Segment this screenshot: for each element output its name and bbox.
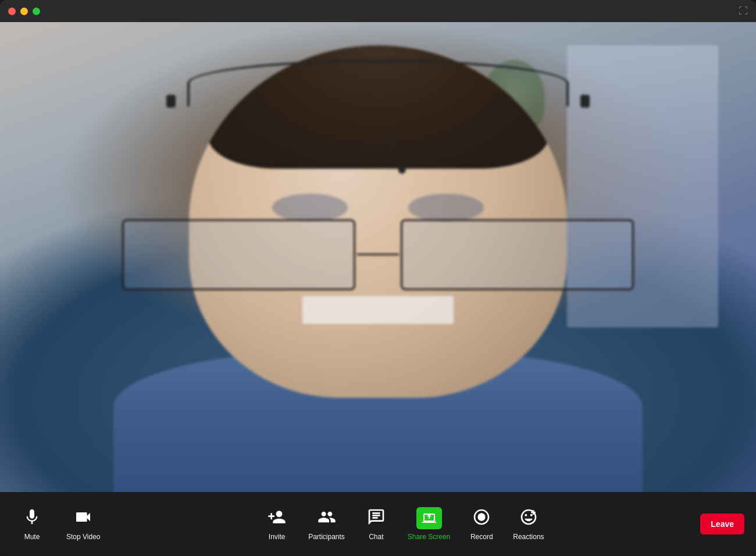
video-background bbox=[0, 22, 756, 492]
microphone-icon bbox=[23, 508, 41, 529]
participants-button[interactable]: Participants bbox=[300, 503, 353, 546]
minimize-button[interactable] bbox=[20, 8, 28, 15]
video-area bbox=[0, 22, 756, 492]
people-icon bbox=[318, 508, 336, 529]
close-button[interactable] bbox=[8, 8, 16, 15]
mute-label: Mute bbox=[24, 533, 40, 541]
share-screen-button[interactable]: Share Screen bbox=[400, 502, 458, 546]
participants-label: Participants bbox=[308, 533, 345, 541]
app-window: ⛶ bbox=[0, 0, 756, 556]
chat-label: Chat bbox=[369, 533, 383, 541]
video-camera-icon bbox=[74, 508, 92, 529]
emoji-plus-icon bbox=[519, 508, 538, 529]
chat-bubble-icon bbox=[367, 508, 386, 529]
record-label: Record bbox=[470, 533, 493, 541]
fullscreen-icon[interactable]: ⛶ bbox=[739, 6, 748, 16]
controls-left: Mute Stop Video bbox=[12, 503, 109, 546]
controls-right: Leave bbox=[700, 514, 744, 534]
record-circle-icon bbox=[472, 508, 491, 529]
control-bar: Mute Stop Video Invi bbox=[0, 492, 756, 556]
blur-overlay bbox=[0, 22, 756, 492]
maximize-button[interactable] bbox=[33, 8, 40, 15]
title-bar: ⛶ bbox=[0, 0, 756, 22]
invite-label: Invite bbox=[269, 533, 286, 541]
person-plus-icon bbox=[268, 508, 286, 529]
leave-button[interactable]: Leave bbox=[700, 514, 744, 534]
svg-point-0 bbox=[478, 513, 486, 521]
reactions-label: Reactions bbox=[513, 533, 544, 541]
mute-button[interactable]: Mute bbox=[12, 503, 52, 546]
reactions-button[interactable]: Reactions bbox=[505, 503, 552, 546]
stop-video-label: Stop Video bbox=[66, 533, 101, 541]
share-screen-label: Share Screen bbox=[408, 533, 450, 541]
window-controls bbox=[8, 8, 40, 15]
stop-video-button[interactable]: Stop Video bbox=[58, 503, 109, 546]
share-screen-icon bbox=[416, 507, 442, 529]
record-button[interactable]: Record bbox=[461, 503, 502, 546]
controls-center: Invite Participants Cha bbox=[109, 502, 701, 546]
share-screen-icon-wrapper bbox=[416, 507, 442, 529]
chat-button[interactable]: Chat bbox=[356, 503, 397, 546]
invite-button[interactable]: Invite bbox=[256, 503, 297, 546]
